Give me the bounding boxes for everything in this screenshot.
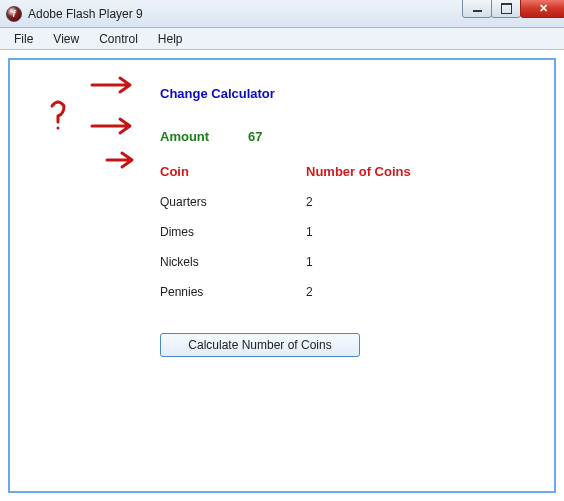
minimize-button[interactable] <box>462 0 492 18</box>
arrow-annotation-1-icon <box>90 75 140 95</box>
table-row: Dimes 1 <box>160 225 534 239</box>
coin-name: Dimes <box>160 225 306 239</box>
coin-name: Nickels <box>160 255 306 269</box>
flash-player-icon: f <box>6 6 22 22</box>
calculate-button[interactable]: Calculate Number of Coins <box>160 333 360 357</box>
coin-count: 1 <box>306 255 313 269</box>
table-row: Nickels 1 <box>160 255 534 269</box>
window-titlebar: f Adobe Flash Player 9 ✕ <box>0 0 564 28</box>
window-title: Adobe Flash Player 9 <box>28 7 143 21</box>
content-frame: Change Calculator Amount 67 Coin Number … <box>8 58 556 493</box>
coin-header: Coin <box>160 164 306 179</box>
table-header-row: Coin Number of Coins <box>160 164 534 179</box>
menu-control[interactable]: Control <box>91 30 146 48</box>
hand-drawn-annotations <box>10 60 160 260</box>
coin-name: Quarters <box>160 195 306 209</box>
menu-help[interactable]: Help <box>150 30 191 48</box>
amount-row: Amount 67 <box>160 129 534 144</box>
arrow-annotation-3-icon <box>105 150 140 170</box>
arrow-annotation-2-icon <box>90 116 140 136</box>
menu-view[interactable]: View <box>45 30 87 48</box>
app-title: Change Calculator <box>160 86 534 101</box>
window-controls: ✕ <box>463 0 564 18</box>
amount-label: Amount <box>160 129 248 144</box>
number-header: Number of Coins <box>306 164 411 179</box>
coin-count: 1 <box>306 225 313 239</box>
coin-name: Pennies <box>160 285 306 299</box>
table-row: Pennies 2 <box>160 285 534 299</box>
svg-point-0 <box>57 127 60 130</box>
menubar: File View Control Help <box>0 28 564 50</box>
question-mark-annotation-icon <box>48 100 70 130</box>
maximize-button[interactable] <box>491 0 521 18</box>
close-button[interactable]: ✕ <box>520 0 564 18</box>
coin-count: 2 <box>306 285 313 299</box>
coin-count: 2 <box>306 195 313 209</box>
menu-file[interactable]: File <box>6 30 41 48</box>
amount-value: 67 <box>248 129 262 144</box>
table-row: Quarters 2 <box>160 195 534 209</box>
